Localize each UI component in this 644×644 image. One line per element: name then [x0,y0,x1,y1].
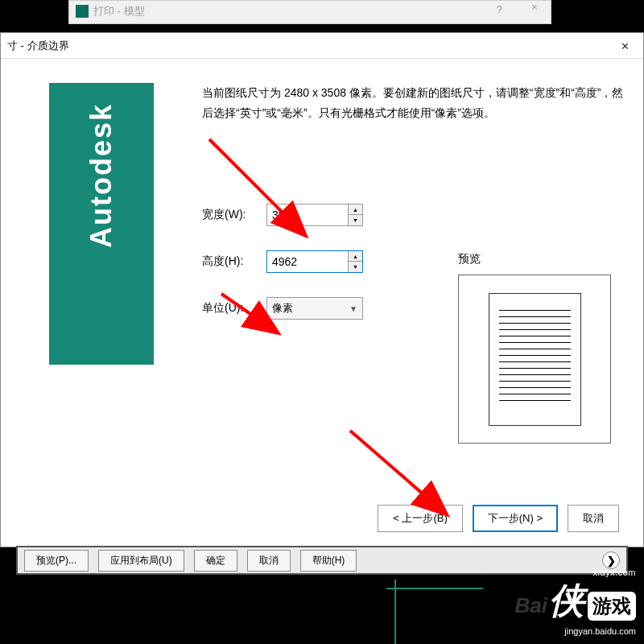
media-bounds-dialog: 寸 - 介质边界 ✕ Autodesk 当前图纸尺寸为 2480 x 3508 … [0,32,644,547]
dialog-titlebar: 寸 - 介质边界 ✕ [1,33,643,59]
watermark-main: 侠 [549,577,584,625]
background-window-titlebar: 打印 - 模型 ? × [68,0,551,24]
bt-apply-button: 应用到布局(U) [98,550,184,572]
close-icon: ✕ [621,40,630,52]
preview-page-icon [489,293,581,426]
bt-help-button: 帮助(H) [300,550,357,572]
width-input[interactable] [267,204,348,225]
bt-cancel-button: 取消 [247,550,291,572]
watermark: xiayx.com Bai 侠 游戏 jingyan.baidu.com [515,572,636,636]
width-down-button[interactable]: ▼ [349,215,362,225]
height-spinner[interactable]: ▲ ▼ [266,250,363,273]
width-row: 宽度(W): ▲ ▼ [202,204,627,226]
bt-more-button: ❯ [602,551,620,569]
decorative-line-v [394,580,396,644]
bt-preview-button: 预览(P)... [24,550,89,572]
autodesk-logo-text: Autodesk [85,103,118,248]
autodesk-logo-panel: Autodesk [49,83,154,365]
watermark-sub: jingyan.baidu.com [515,626,636,636]
bg-window-title: 打印 - 模型 [93,4,145,19]
description-text: 当前图纸尺寸为 2480 x 3508 像素。要创建新的图纸尺寸，请调整“宽度”… [202,83,627,123]
bt-ok-button: 确定 [194,550,237,572]
dialog-title: 寸 - 介质边界 [7,39,69,53]
width-spinner[interactable]: ▲ ▼ [266,204,363,226]
unit-select[interactable]: 像素 ▼ [266,297,363,320]
watermark-url: xiayx.com [515,568,636,577]
next-button[interactable]: 下一步(N) > [473,505,558,532]
preview-label: 预览 [458,252,611,266]
dialog-close-button[interactable]: ✕ [607,33,643,59]
width-up-button[interactable]: ▲ [349,204,362,215]
cancel-button[interactable]: 取消 [568,505,619,532]
height-label: 高度(H): [202,254,266,269]
preview-section: 预览 [458,252,611,444]
bg-close: × [518,1,551,23]
preview-box [458,275,611,444]
chevron-down-icon: ▼ [349,304,357,313]
height-up-button[interactable]: ▲ [349,251,362,262]
decorative-line-h [386,588,483,589]
back-button[interactable]: < 上一步(B) [378,505,463,532]
bg-help: ? [497,3,502,15]
dialog-button-bar: < 上一步(B) 下一步(N) > 取消 [378,505,619,532]
watermark-bai: Bai [515,593,547,618]
app-icon [76,5,89,18]
unit-label: 单位(U): [202,301,266,316]
height-down-button[interactable]: ▼ [349,262,362,272]
watermark-badge: 游戏 [588,592,636,621]
height-input[interactable] [267,251,348,272]
unit-value: 像素 [272,301,293,316]
width-label: 宽度(W): [202,208,266,222]
